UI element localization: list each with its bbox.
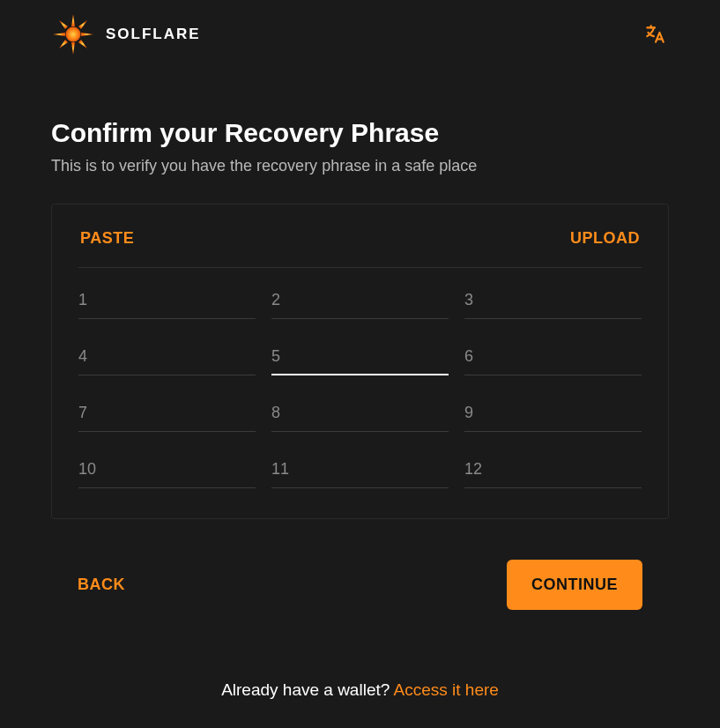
solflare-logo-icon <box>53 14 93 55</box>
svg-marker-7 <box>59 40 68 48</box>
phrase-grid: 123456789101112 <box>78 287 642 488</box>
recovery-phrase-card: PASTE UPLOAD 123456789101112 <box>51 204 669 519</box>
phrase-cell-7: 7 <box>78 400 256 432</box>
svg-marker-3 <box>53 33 65 36</box>
phrase-word-input-10[interactable] <box>78 457 256 487</box>
phrase-word-input-7[interactable] <box>78 400 256 431</box>
phrase-cell-8: 8 <box>271 400 449 432</box>
page-title: Confirm your Recovery Phrase <box>51 118 669 148</box>
main-content: Confirm your Recovery Phrase This is to … <box>0 55 720 700</box>
svg-marker-6 <box>78 20 87 29</box>
access-wallet-link[interactable]: Access it here <box>394 680 499 699</box>
phrase-word-input-12[interactable] <box>464 457 642 487</box>
phrase-cell-2: 2 <box>271 287 449 319</box>
continue-button[interactable]: CONTINUE <box>507 560 642 610</box>
phrase-word-input-1[interactable] <box>78 287 256 318</box>
translate-icon <box>643 23 666 46</box>
page-subtitle: This is to verify you have the recovery … <box>51 157 669 175</box>
brand-name: SOLFLARE <box>106 26 201 43</box>
svg-marker-8 <box>78 40 87 48</box>
card-actions: PASTE UPLOAD <box>78 229 642 268</box>
svg-marker-5 <box>59 20 68 29</box>
language-button[interactable] <box>642 22 667 47</box>
phrase-word-input-9[interactable] <box>464 400 642 431</box>
nav-row: BACK CONTINUE <box>51 560 669 610</box>
svg-marker-2 <box>71 42 75 55</box>
app-header: SOLFLARE <box>0 0 720 55</box>
phrase-word-input-5[interactable] <box>271 344 449 374</box>
phrase-cell-1: 1 <box>78 287 256 319</box>
footer-line: Already have a wallet? Access it here <box>51 680 669 700</box>
phrase-word-input-2[interactable] <box>271 287 449 318</box>
phrase-word-input-8[interactable] <box>271 400 449 431</box>
phrase-cell-10: 10 <box>78 457 256 488</box>
phrase-cell-6: 6 <box>464 344 642 375</box>
phrase-cell-9: 9 <box>464 400 642 432</box>
phrase-word-input-4[interactable] <box>78 344 256 375</box>
phrase-word-input-11[interactable] <box>271 457 449 487</box>
footer-prompt: Already have a wallet? <box>221 680 393 699</box>
svg-marker-4 <box>81 33 93 36</box>
phrase-cell-3: 3 <box>464 287 642 319</box>
phrase-cell-12: 12 <box>464 457 642 488</box>
phrase-word-input-3[interactable] <box>464 287 642 318</box>
phrase-cell-5: 5 <box>271 344 449 375</box>
back-button[interactable]: BACK <box>78 576 125 594</box>
brand-logo[interactable]: SOLFLARE <box>53 14 201 55</box>
phrase-cell-11: 11 <box>271 457 449 488</box>
upload-button[interactable]: UPLOAD <box>570 229 640 248</box>
svg-point-0 <box>66 27 81 42</box>
phrase-cell-4: 4 <box>78 344 256 375</box>
svg-marker-1 <box>71 14 75 26</box>
paste-button[interactable]: PASTE <box>80 229 134 248</box>
phrase-word-input-6[interactable] <box>464 344 642 375</box>
